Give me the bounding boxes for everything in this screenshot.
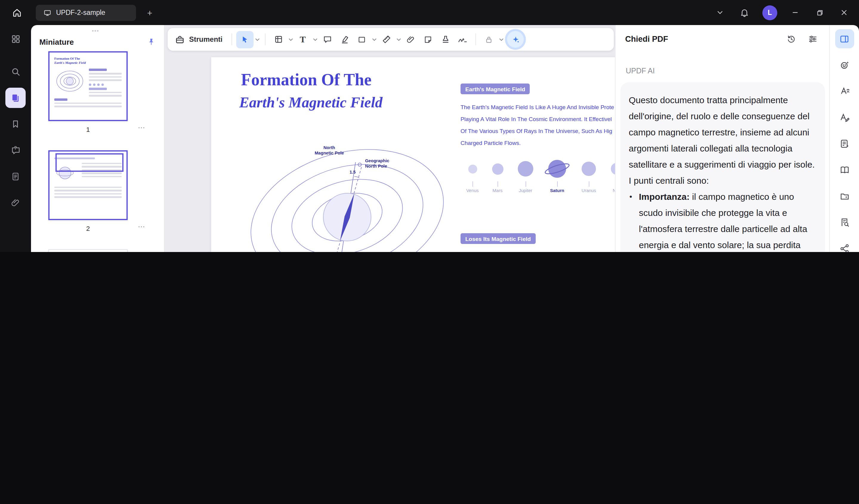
thumbnail-more-button[interactable]: ⋯ bbox=[138, 123, 146, 132]
page-edit-dropdown[interactable] bbox=[287, 31, 294, 48]
shape-tool-dropdown[interactable] bbox=[371, 31, 378, 48]
ai-settings-button[interactable] bbox=[805, 32, 819, 46]
planet-venus: Venus bbox=[461, 157, 484, 193]
thumbnail-more-button[interactable]: ⋯ bbox=[138, 223, 146, 231]
ai-form-button[interactable] bbox=[835, 134, 854, 153]
viewport-indicator[interactable] bbox=[56, 153, 123, 172]
mind-map-button[interactable] bbox=[835, 239, 854, 252]
measure-tool[interactable] bbox=[378, 31, 395, 48]
text-tool-dropdown[interactable] bbox=[312, 31, 318, 48]
pdf-page-1[interactable]: Formation Of The Earth's Magnetic Field bbox=[211, 57, 615, 252]
bookmark-icon bbox=[11, 119, 20, 129]
thumbnail-item-3: Evidence For The Theories 3 ⋯ bbox=[48, 249, 127, 252]
ai-translate-button[interactable] bbox=[835, 82, 854, 101]
tab-title: UPDF-2-sample bbox=[56, 9, 105, 16]
home-button[interactable] bbox=[8, 4, 26, 21]
app-window: UPDF-2-sample + L bbox=[0, 0, 859, 252]
ai-files-button[interactable] bbox=[835, 187, 854, 206]
doc-title-line1: Formation Of The bbox=[241, 71, 372, 90]
ai-chat-button[interactable] bbox=[835, 56, 854, 75]
document-lines-icon bbox=[11, 172, 20, 181]
magnetic-field-diagram: North Magnetic Pole Geographic North Pol… bbox=[228, 141, 450, 252]
bookmarks-button[interactable] bbox=[5, 114, 26, 134]
stamp-icon bbox=[440, 35, 450, 44]
pin-panel-button[interactable] bbox=[147, 37, 156, 46]
attachment-tool[interactable] bbox=[402, 31, 419, 48]
comment-tool[interactable] bbox=[318, 31, 336, 48]
document-search-button[interactable] bbox=[835, 213, 854, 232]
protect-tool[interactable] bbox=[480, 31, 498, 48]
close-button[interactable] bbox=[838, 6, 851, 19]
comments-button[interactable]: ? bbox=[5, 140, 26, 161]
thumbnails-panel-button[interactable] bbox=[5, 88, 26, 108]
maximize-button[interactable] bbox=[813, 6, 826, 19]
ask-panel-header: Chiedi PDF bbox=[616, 25, 829, 52]
signature-icon bbox=[457, 34, 468, 44]
toolbar-divider bbox=[231, 33, 232, 45]
panel-toggle-button[interactable] bbox=[835, 29, 854, 48]
reader-book-icon bbox=[839, 165, 850, 175]
page-thumbnail-3[interactable]: Evidence For The Theories bbox=[48, 249, 127, 252]
badge-loses-magnetic-field: Loses Its Magnetic Field bbox=[461, 233, 536, 244]
apps-grid-icon bbox=[11, 34, 20, 44]
apps-grid-button[interactable] bbox=[5, 29, 26, 49]
sliders-icon bbox=[808, 34, 817, 44]
tools-button[interactable]: Strumenti bbox=[172, 34, 227, 44]
ai-assistant-tool[interactable] bbox=[507, 31, 524, 48]
planet-uranus: Uranus bbox=[574, 157, 604, 193]
new-tab-button[interactable]: + bbox=[143, 6, 156, 19]
page-edit-tool[interactable] bbox=[270, 31, 287, 48]
panel-layout-icon bbox=[839, 34, 849, 44]
label-geographic-north-pole: Geographic North Pole bbox=[365, 159, 407, 169]
attachments-button[interactable] bbox=[5, 193, 26, 213]
page-thumbnail-2[interactable] bbox=[48, 150, 127, 220]
notifications-button[interactable] bbox=[738, 6, 751, 19]
history-icon bbox=[786, 34, 796, 44]
paragraph-loses: If These Rays Reach The Earth Without Ob… bbox=[461, 249, 615, 252]
select-tool-dropdown[interactable] bbox=[254, 31, 261, 48]
close-icon bbox=[840, 9, 848, 17]
text-tool[interactable]: T bbox=[294, 31, 312, 48]
lock-icon bbox=[484, 35, 493, 44]
account-avatar[interactable]: L bbox=[762, 5, 777, 20]
ai-summary-text: Questo documento tratta principalmente d… bbox=[629, 92, 817, 252]
panel-drag-handle[interactable]: ••• bbox=[92, 28, 99, 34]
ai-bullet-1: Importanza: il campo magnetico è uno scu… bbox=[629, 188, 817, 252]
planets-row: Venus Mars Jupiter Saturn bbox=[461, 157, 615, 193]
search-button[interactable] bbox=[5, 61, 26, 82]
page-number-label: 2 bbox=[86, 225, 90, 232]
doc-title-line2: Earth's Magnetic Field bbox=[239, 94, 383, 111]
select-tool[interactable] bbox=[236, 31, 254, 48]
restore-icon bbox=[816, 9, 824, 16]
search-icon bbox=[11, 66, 20, 77]
square-icon bbox=[357, 35, 366, 44]
badge-earths-magnetic-field: Earth's Magnetic Field bbox=[461, 83, 530, 94]
workspace-dropdown-button[interactable] bbox=[713, 6, 727, 19]
page-thumbnail-1[interactable]: Formation Of The Earth's Magnetic Field bbox=[48, 51, 127, 121]
label-north-magnetic-pole: North Magnetic Pole bbox=[304, 146, 355, 156]
marker-icon bbox=[340, 35, 349, 44]
document-tab[interactable]: UPDF-2-sample bbox=[36, 4, 136, 20]
highlight-tool[interactable] bbox=[336, 31, 353, 48]
document-info-button[interactable] bbox=[5, 166, 26, 187]
reader-mode-button[interactable] bbox=[835, 161, 854, 180]
mini-field-diagram bbox=[54, 67, 85, 94]
thumbnail-item-2: 2 ⋯ bbox=[48, 150, 127, 236]
sticker-tool[interactable] bbox=[419, 31, 437, 48]
planet-mars: Mars bbox=[484, 157, 511, 193]
ai-form-icon bbox=[839, 138, 850, 149]
minimize-button[interactable] bbox=[789, 6, 802, 19]
stamp-tool[interactable] bbox=[437, 31, 454, 48]
shape-tool[interactable] bbox=[353, 31, 371, 48]
sticker-icon bbox=[423, 35, 433, 44]
toolbar-divider bbox=[265, 33, 266, 45]
chat-history-button[interactable] bbox=[784, 32, 798, 46]
ai-writing-button[interactable] bbox=[835, 108, 854, 127]
signature-tool[interactable] bbox=[454, 31, 471, 48]
chevron-down-icon bbox=[716, 9, 724, 17]
question-mark-glyph: ? bbox=[5, 146, 26, 151]
minimize-icon bbox=[791, 9, 799, 17]
protect-tool-dropdown[interactable] bbox=[498, 31, 504, 48]
measure-tool-dropdown[interactable] bbox=[395, 31, 402, 48]
planet-jupiter: Jupiter bbox=[511, 157, 541, 193]
